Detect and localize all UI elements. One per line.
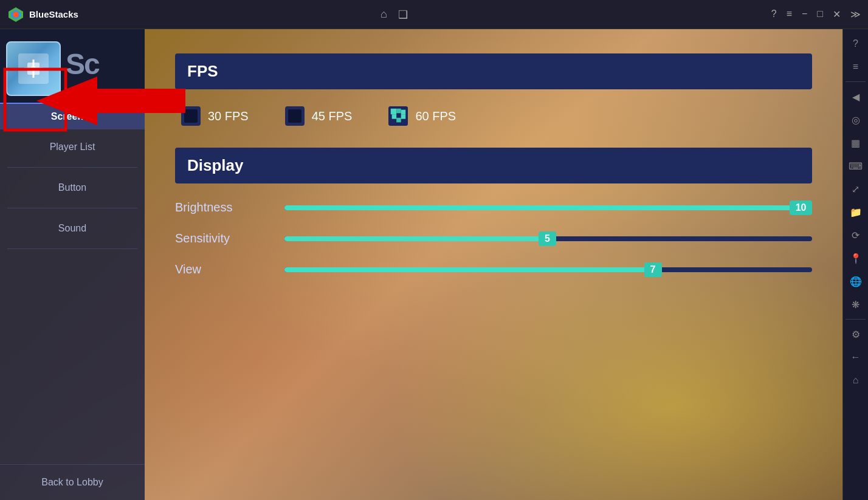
svg-rect-8 xyxy=(391,109,396,114)
bs-globe-icon[interactable]: 🌐 xyxy=(846,272,866,291)
game-icon-symbol xyxy=(18,53,49,84)
sensitivity-label: Sensitivity xyxy=(175,231,272,245)
sidebar-item-player-list[interactable]: Player List xyxy=(0,129,145,165)
close-icon[interactable]: ✕ xyxy=(833,9,841,20)
fps-30-checkbox[interactable] xyxy=(181,106,201,126)
button-label: Button xyxy=(58,182,86,193)
bs-rotate-icon[interactable]: ⟳ xyxy=(846,225,866,245)
home-icon[interactable]: ⌂ xyxy=(381,8,387,21)
fps-option-60[interactable]: 60 FPS xyxy=(388,106,456,126)
svg-rect-12 xyxy=(397,118,402,123)
divider-3 xyxy=(7,248,137,249)
brightness-label: Brightness xyxy=(175,200,272,214)
svg-rect-13 xyxy=(401,114,406,119)
fps-section-header: FPS xyxy=(175,53,812,89)
game-icon[interactable] xyxy=(6,41,61,96)
screen-tab[interactable]: Screen ▶ xyxy=(0,103,145,129)
sensitivity-fill xyxy=(284,236,548,241)
bs-back-icon[interactable]: ◀ xyxy=(846,87,866,106)
fps-45-checkbox[interactable] xyxy=(285,106,305,126)
minimize-icon[interactable]: − xyxy=(802,9,807,20)
bs-resize-icon[interactable]: ⤢ xyxy=(846,179,866,199)
display-title: Display xyxy=(187,156,800,175)
bs-menu-icon[interactable]: ≡ xyxy=(846,57,866,77)
brightness-value: 10 xyxy=(790,200,813,215)
back-to-lobby-button[interactable]: Back to Lobby xyxy=(0,464,145,500)
bs-folder-icon[interactable]: 📁 xyxy=(846,202,866,222)
brightness-fill xyxy=(284,205,802,210)
divider-2 xyxy=(7,208,137,208)
left-panel: Sc Screen ▶ Player List Button Sound Bac… xyxy=(0,29,145,500)
brightness-track xyxy=(284,205,812,210)
app-title: BlueStacks xyxy=(29,9,381,19)
fps-45-label: 45 FPS xyxy=(312,109,353,123)
fps-60-label: 60 FPS xyxy=(415,109,456,123)
bs-layout-icon[interactable]: ▦ xyxy=(846,133,866,152)
sound-label: Sound xyxy=(58,223,86,233)
panel-top: Sc Screen ▶ xyxy=(0,29,145,129)
brightness-row: Brightness 10 xyxy=(175,200,812,214)
fps-title: FPS xyxy=(187,62,800,81)
maximize-icon[interactable]: □ xyxy=(817,9,823,20)
sidebar-item-button[interactable]: Button xyxy=(0,170,145,205)
collapse-icon[interactable]: ≫ xyxy=(850,9,861,20)
sidebar-separator-1 xyxy=(846,81,866,82)
titlebar: BlueStacks ⌂ ❑ ? ≡ − □ ✕ ≫ xyxy=(0,0,868,29)
player-list-label: Player List xyxy=(50,142,95,152)
display-section-header: Display xyxy=(175,148,812,183)
bs-settings-icon[interactable]: ⚙ xyxy=(846,324,866,344)
titlebar-nav-icons: ⌂ ❑ xyxy=(381,8,408,21)
fps-option-30[interactable]: 30 FPS xyxy=(181,106,249,126)
screen-tab-label: Screen xyxy=(51,111,83,122)
fps-option-45[interactable]: 45 FPS xyxy=(285,106,353,126)
view-value: 7 xyxy=(644,262,662,277)
svg-point-2 xyxy=(13,12,19,18)
fps-options: 30 FPS 45 FPS xyxy=(175,106,812,126)
bs-home-icon[interactable]: ⌂ xyxy=(846,371,866,390)
back-to-lobby-label: Back to Lobby xyxy=(41,477,103,487)
help-icon[interactable]: ? xyxy=(771,9,777,20)
brightness-slider[interactable]: 10 xyxy=(284,203,812,213)
expand-icon: ▶ xyxy=(88,112,94,121)
bs-location-icon[interactable]: 📍 xyxy=(846,248,866,268)
svg-rect-9 xyxy=(397,109,402,114)
svg-rect-11 xyxy=(392,114,397,119)
sensitivity-slider[interactable]: 5 xyxy=(284,234,812,244)
bs-arrow-left-icon[interactable]: ← xyxy=(846,348,866,367)
right-sidebar: ? ≡ ◀ ◎ ▦ ⌨ ⤢ 📁 ⟳ 📍 🌐 ❋ ⚙ ← ⌂ xyxy=(842,29,868,500)
main-wrapper: Sc Screen ▶ Player List Button Sound Bac… xyxy=(0,29,868,500)
sensitivity-value: 5 xyxy=(539,231,556,246)
layers-icon[interactable]: ❑ xyxy=(398,8,408,21)
bs-target-icon[interactable]: ◎ xyxy=(846,110,866,129)
view-label: View xyxy=(175,262,272,276)
settings-panel: FPS 30 FPS 45 FPS xyxy=(145,29,842,500)
view-row: View 7 xyxy=(175,262,812,276)
view-slider[interactable]: 7 xyxy=(284,265,812,275)
bluestacks-logo xyxy=(7,6,24,23)
window-controls: ? ≡ − □ ✕ ≫ xyxy=(771,9,861,20)
view-track xyxy=(284,267,812,272)
sensitivity-row: Sensitivity 5 xyxy=(175,231,812,245)
view-fill xyxy=(284,267,654,272)
sidebar-item-sound[interactable]: Sound xyxy=(0,211,145,246)
bs-social-icon[interactable]: ❋ xyxy=(846,295,866,314)
fps-60-checkbox[interactable] xyxy=(388,106,408,126)
sidebar-separator-2 xyxy=(846,319,866,320)
bs-help-icon[interactable]: ? xyxy=(846,34,866,53)
divider-1 xyxy=(7,167,137,168)
bs-keyboard-icon[interactable]: ⌨ xyxy=(846,156,866,176)
svg-rect-10 xyxy=(401,110,406,115)
svg-point-6 xyxy=(31,66,36,71)
sc-text: Sc xyxy=(66,47,99,81)
menu-icon[interactable]: ≡ xyxy=(787,9,792,20)
fps-30-label: 30 FPS xyxy=(208,109,249,123)
